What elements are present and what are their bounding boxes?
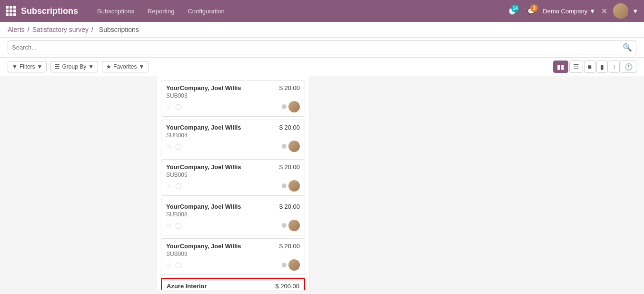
subscription-card[interactable]: YourCompany, Joel Willis $ 20.00 SUB005 … xyxy=(161,159,305,196)
favorite-star-icon[interactable]: ☆ xyxy=(166,142,172,150)
line-chart-view-button[interactable]: ↑ xyxy=(609,61,620,73)
nav-reporting[interactable]: Reporting xyxy=(141,0,181,22)
filter-controls: ▼ Filters ▼ ☰ Group By ▼ ★ Favorites ▼ xyxy=(8,61,149,72)
nav-configuration[interactable]: Configuration xyxy=(181,0,231,22)
card-amount: $ 20.00 xyxy=(279,163,300,171)
favorites-icon: ★ xyxy=(106,63,111,70)
subscription-card[interactable]: YourCompany, Joel Willis $ 20.00 SUB008 … xyxy=(161,199,305,235)
chat-badge[interactable]: 💬 3 xyxy=(524,3,539,19)
bar-chart-view-button[interactable]: ▮ xyxy=(596,61,608,73)
search-icon[interactable]: 🔍 xyxy=(623,43,632,52)
breadcrumb-alerts[interactable]: Alerts xyxy=(8,26,25,33)
app-brand[interactable]: Subscriptions xyxy=(6,6,78,16)
status-dot xyxy=(282,104,287,109)
status-circle-icon[interactable]: ◯ xyxy=(175,222,181,229)
nav-subscriptions[interactable]: Subscriptions xyxy=(90,0,141,22)
search-bar: 🔍 xyxy=(0,38,644,58)
favorites-button[interactable]: ★ Favorites ▼ xyxy=(102,61,149,72)
status-circle-icon[interactable]: ◯ xyxy=(175,103,181,110)
subscription-card[interactable]: Azure Interior $ 200.00 SUB010 ☆ ◯ xyxy=(161,278,305,290)
filters-button[interactable]: ▼ Filters ▼ xyxy=(8,61,47,72)
search-input[interactable] xyxy=(12,44,623,51)
card-sub-id: SUB005 xyxy=(166,172,300,178)
breadcrumb-survey[interactable]: Satisfactory survey xyxy=(32,26,89,33)
favorite-star-icon[interactable]: ☆ xyxy=(166,261,172,269)
breadcrumb-sep-2: / xyxy=(91,26,93,33)
filters-dropdown-icon: ▼ xyxy=(37,63,43,70)
card-user-avatar xyxy=(288,180,300,192)
filters-label: Filters xyxy=(20,63,35,70)
company-name-label: Demo Company xyxy=(543,8,587,15)
favorites-dropdown-icon: ▼ xyxy=(139,63,144,70)
breadcrumb-current: Subscriptions xyxy=(99,26,139,33)
avatar-image xyxy=(613,3,628,19)
right-panel xyxy=(309,76,644,290)
subscription-card[interactable]: YourCompany, Joel Willis $ 20.00 SUB009 … xyxy=(161,238,305,275)
card-company-name: YourCompany, Joel Willis xyxy=(166,124,241,131)
clock-badge-count: 14 xyxy=(511,4,519,12)
company-selector[interactable]: Demo Company ▼ xyxy=(543,8,595,15)
cards-column: YourCompany, Joel Willis $ 20.00 SUB003 … xyxy=(157,76,309,290)
card-company-name: YourCompany, Joel Willis xyxy=(166,203,241,210)
top-nav: Subscriptions Reporting Configuration xyxy=(90,0,231,22)
subscription-card[interactable]: YourCompany, Joel Willis $ 20.00 SUB004 … xyxy=(161,120,305,156)
favorite-star-icon[interactable]: ☆ xyxy=(166,182,172,190)
clock-badge[interactable]: 🕐 14 xyxy=(505,3,520,19)
group-by-dropdown-icon: ▼ xyxy=(88,63,94,70)
group-by-icon: ☰ xyxy=(55,63,60,70)
card-user-avatar xyxy=(288,141,300,152)
card-amount: $ 200.00 xyxy=(275,283,299,290)
card-company-name: Azure Interior xyxy=(167,283,207,290)
card-amount: $ 20.00 xyxy=(279,203,300,210)
card-user-avatar xyxy=(288,101,300,112)
card-user-avatar xyxy=(288,220,300,231)
breadcrumb: Alerts / Satisfactory survey / Subscript… xyxy=(0,22,644,38)
chat-badge-count: 3 xyxy=(530,4,538,12)
card-sub-id: SUB008 xyxy=(166,211,300,218)
card-company-name: YourCompany, Joel Willis xyxy=(166,163,241,171)
card-amount: $ 20.00 xyxy=(279,124,300,131)
grid-menu-icon[interactable] xyxy=(6,6,16,16)
user-avatar[interactable] xyxy=(613,3,628,19)
card-sub-id: SUB009 xyxy=(166,251,300,257)
status-circle-icon[interactable]: ◯ xyxy=(175,143,181,150)
navbar: Subscriptions Subscriptions Reporting Co… xyxy=(0,0,644,22)
filter-bar: ▼ Filters ▼ ☰ Group By ▼ ★ Favorites ▼ ▮… xyxy=(0,58,644,76)
clock-view-button[interactable]: 🕐 xyxy=(621,61,636,73)
left-panel xyxy=(0,76,157,290)
breadcrumb-sep-1: / xyxy=(28,26,30,33)
status-circle-icon[interactable]: ◯ xyxy=(175,262,181,268)
app-title: Subscriptions xyxy=(21,6,78,16)
list-view-button[interactable]: ☰ xyxy=(569,61,583,73)
status-dot xyxy=(282,223,287,228)
group-by-label: Group By xyxy=(62,63,86,70)
close-button[interactable]: ✕ xyxy=(599,5,609,18)
card-company-name: YourCompany, Joel Willis xyxy=(166,243,241,250)
favorite-star-icon[interactable]: ☆ xyxy=(166,103,172,111)
user-dropdown-icon[interactable]: ▼ xyxy=(632,8,638,15)
search-input-wrap: 🔍 xyxy=(8,41,636,54)
card-sub-id: SUB003 xyxy=(166,92,300,99)
status-dot xyxy=(282,263,287,267)
grid-view-button[interactable]: ■ xyxy=(584,61,595,73)
filter-icon: ▼ xyxy=(12,63,18,70)
company-dropdown-icon: ▼ xyxy=(589,8,595,15)
favorites-label: Favorites xyxy=(113,63,137,70)
card-amount: $ 20.00 xyxy=(279,84,300,91)
group-by-button[interactable]: ☰ Group By ▼ xyxy=(50,61,98,72)
favorite-star-icon[interactable]: ☆ xyxy=(166,222,172,229)
card-user-avatar xyxy=(288,259,300,271)
main-content: YourCompany, Joel Willis $ 20.00 SUB003 … xyxy=(0,76,644,290)
navbar-right: 🕐 14 💬 3 Demo Company ▼ ✕ ▼ xyxy=(505,3,638,19)
view-toggle: ▮▮ ☰ ■ ▮ ↑ 🕐 xyxy=(553,61,636,73)
status-dot xyxy=(282,144,287,149)
status-circle-icon[interactable]: ◯ xyxy=(175,182,181,189)
status-dot xyxy=(282,183,287,188)
kanban-view-button[interactable]: ▮▮ xyxy=(553,61,568,73)
subscription-card[interactable]: YourCompany, Joel Willis $ 20.00 SUB003 … xyxy=(161,80,305,117)
card-sub-id: SUB004 xyxy=(166,132,300,139)
card-company-name: YourCompany, Joel Willis xyxy=(166,84,241,91)
card-amount: $ 20.00 xyxy=(279,243,300,250)
